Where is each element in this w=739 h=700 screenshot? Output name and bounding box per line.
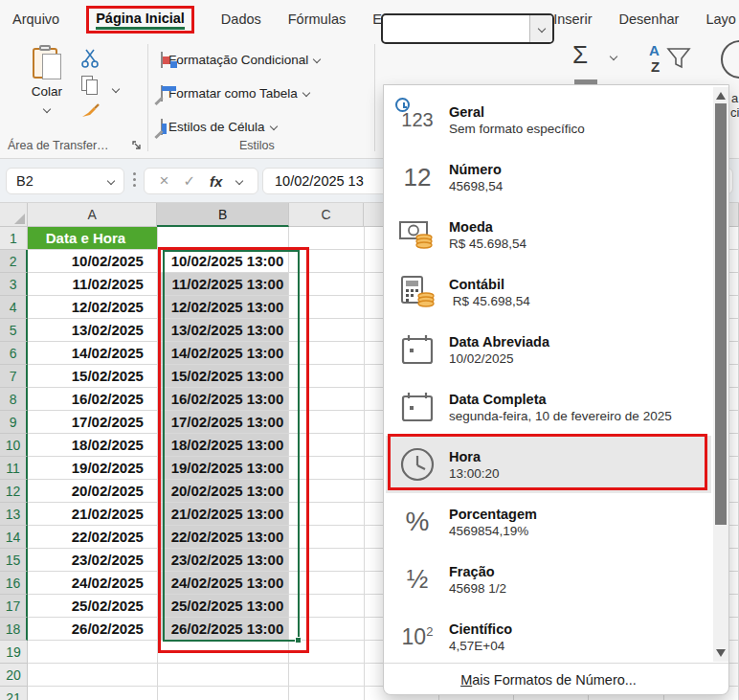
- cell-B7[interactable]: 15/02/2025 13:00: [158, 365, 289, 388]
- row-header-20[interactable]: 20: [0, 664, 28, 687]
- formatac-a-o-condicional-button[interactable]: Formatação Condicional: [161, 48, 320, 71]
- cell-B11[interactable]: 19/02/2025 13:00: [158, 457, 289, 480]
- cell-empty[interactable]: [289, 365, 364, 388]
- tab-fo-rmulas[interactable]: Fórmulas: [288, 11, 346, 27]
- cell-empty[interactable]: [289, 434, 364, 457]
- more-number-formats-item[interactable]: Mais Formatos de Número...: [384, 664, 713, 695]
- scrollbar-thumb[interactable]: [715, 103, 727, 525]
- row-header-12[interactable]: 12: [0, 480, 28, 503]
- cell-A8[interactable]: 16/02/2025: [28, 388, 158, 411]
- row-header-15[interactable]: 15: [0, 549, 28, 572]
- clipboard-dialog-launcher-icon[interactable]: [132, 141, 143, 151]
- cell-B21[interactable]: [158, 687, 289, 700]
- format-item-moeda[interactable]: MoedaR$ 45.698,54: [386, 206, 711, 263]
- tab-layo[interactable]: Layo: [705, 11, 735, 27]
- cell-B9[interactable]: 17/02/2025 13:00: [158, 411, 289, 434]
- cancel-icon[interactable]: ×: [160, 171, 169, 191]
- cell-empty[interactable]: [289, 641, 364, 664]
- cell-empty[interactable]: [289, 296, 364, 319]
- insert-function-icon[interactable]: fx: [210, 173, 222, 190]
- enter-icon[interactable]: ✓: [183, 172, 195, 190]
- row-header-21[interactable]: 21: [0, 687, 28, 700]
- format-item-nu-mero[interactable]: 12Número45698,54: [386, 148, 711, 206]
- format-item-data-completa[interactable]: Data Completasegunda-feira, 10 de fevere…: [386, 378, 711, 436]
- tab-inserir[interactable]: Inserir: [553, 11, 592, 27]
- cell-B5[interactable]: 13/02/2025 13:00: [158, 319, 289, 342]
- row-header-19[interactable]: 19: [0, 641, 28, 664]
- autosum-chevron-icon[interactable]: [610, 53, 617, 60]
- cell-B4[interactable]: 12/02/2025 13:00: [158, 296, 289, 319]
- row-header-16[interactable]: 16: [0, 572, 28, 595]
- row-header-8[interactable]: 8: [0, 388, 28, 411]
- tab-arquivo[interactable]: Arquivo: [12, 11, 59, 27]
- format-item-cienti-fico[interactable]: 102Científico4,57E+04: [386, 608, 711, 666]
- cell-A3[interactable]: 11/02/2025: [28, 273, 158, 296]
- cell-empty[interactable]: [289, 411, 364, 434]
- cell-empty[interactable]: [289, 273, 364, 296]
- cell-A21[interactable]: [28, 687, 158, 700]
- cell-B15[interactable]: 23/02/2025 13:00: [158, 549, 289, 572]
- row-header-7[interactable]: 7: [0, 365, 28, 388]
- menu-scrollbar[interactable]: [713, 87, 728, 662]
- cell-B14[interactable]: 22/02/2025 13:00: [158, 526, 289, 549]
- number-format-combobox[interactable]: [381, 13, 554, 44]
- cell-B20[interactable]: [158, 664, 289, 687]
- cell-B12[interactable]: 20/02/2025 13:00: [158, 480, 289, 503]
- name-box-chevron-icon[interactable]: [107, 177, 115, 185]
- cell-A15[interactable]: 23/02/2025: [28, 549, 158, 572]
- cell-empty[interactable]: [289, 319, 364, 342]
- format-item-frac-a-o[interactable]: ½Fração45698 1/2: [386, 551, 711, 608]
- cell-B2[interactable]: 10/02/2025 13:00: [158, 250, 289, 273]
- tab-desenhar[interactable]: Desenhar: [619, 11, 680, 27]
- cell-A11[interactable]: 19/02/2025: [28, 457, 158, 480]
- cell-A19[interactable]: [28, 641, 158, 664]
- cell-A16[interactable]: 24/02/2025: [28, 572, 158, 595]
- row-header-13[interactable]: 13: [0, 503, 28, 526]
- formatar-como-tabela-button[interactable]: Formatar como Tabela: [161, 81, 309, 104]
- estilos-de-ce-lula-button[interactable]: Estilos de Célula: [161, 115, 277, 138]
- cell-B6[interactable]: 14/02/2025 13:00: [158, 342, 289, 365]
- cell-empty[interactable]: [289, 227, 364, 250]
- cell-empty[interactable]: [289, 549, 364, 572]
- format-item-porcentagem[interactable]: %Porcentagem4569854,19%: [386, 493, 711, 551]
- row-header-9[interactable]: 9: [0, 411, 28, 434]
- cell-empty[interactable]: [289, 388, 364, 411]
- row-header-6[interactable]: 6: [0, 342, 28, 365]
- cell-empty[interactable]: [289, 526, 364, 549]
- scroll-down-icon[interactable]: [716, 649, 726, 657]
- cell-empty[interactable]: [289, 250, 364, 273]
- cell-empty[interactable]: [289, 342, 364, 365]
- format-item-geral[interactable]: 123GeralSem formato específico: [386, 91, 711, 148]
- autosum-button[interactable]: Σ: [572, 40, 588, 70]
- cell-empty[interactable]: [289, 618, 364, 641]
- cell-B17[interactable]: 25/02/2025 13:00: [158, 595, 289, 618]
- cell-B18[interactable]: 26/02/2025 13:00: [158, 618, 289, 641]
- cut-button[interactable]: [80, 48, 101, 71]
- cell-A5[interactable]: 13/02/2025: [28, 319, 158, 342]
- cell-B10[interactable]: 18/02/2025 13:00: [158, 434, 289, 457]
- tab-pa-gina-inicial[interactable]: Página Inicial: [86, 6, 194, 34]
- tab-dados[interactable]: Dados: [221, 11, 261, 27]
- cell-A10[interactable]: 18/02/2025: [28, 434, 158, 457]
- column-header-c[interactable]: C: [289, 203, 364, 227]
- cell-empty[interactable]: [289, 503, 364, 526]
- scroll-up-icon[interactable]: [716, 92, 726, 100]
- cell-B3[interactable]: 11/02/2025 13:00: [158, 273, 289, 296]
- number-format-dropdown-button[interactable]: [529, 15, 552, 42]
- cell-A4[interactable]: 12/02/2025: [28, 296, 158, 319]
- format-item-data-abreviada[interactable]: Data Abreviada10/02/2025: [386, 321, 711, 378]
- cell-A17[interactable]: 25/02/2025: [28, 595, 158, 618]
- cell-A18[interactable]: 26/02/2025: [28, 618, 158, 641]
- format-item-conta-bil[interactable]: Contábil R$ 45.698,54: [386, 263, 711, 321]
- cell-A12[interactable]: 20/02/2025: [28, 480, 158, 503]
- copy-dropdown-chevron-icon[interactable]: [112, 85, 120, 93]
- row-header-3[interactable]: 3: [0, 273, 28, 296]
- format-painter-button[interactable]: [80, 102, 101, 124]
- cell-empty[interactable]: [289, 664, 364, 687]
- row-header-17[interactable]: 17: [0, 595, 28, 618]
- copy-button[interactable]: [80, 75, 101, 98]
- cell-A1[interactable]: Data e Hora: [28, 227, 158, 250]
- cell-A7[interactable]: 15/02/2025: [28, 365, 158, 388]
- row-header-14[interactable]: 14: [0, 526, 28, 549]
- cell-B1[interactable]: [158, 227, 289, 250]
